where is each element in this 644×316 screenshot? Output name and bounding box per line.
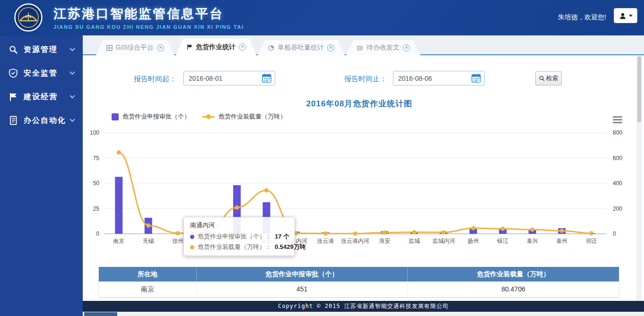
tab-label: 危货作业统计 — [196, 43, 235, 51]
pie-chart-icon — [268, 45, 274, 51]
user-menu-button[interactable] — [614, 8, 637, 23]
tooltip-label: 危货作业装载量（万吨）： — [198, 243, 271, 251]
line-point[interactable] — [560, 229, 564, 233]
line-point[interactable] — [383, 231, 387, 235]
right-axis-tick: 600 — [613, 155, 622, 162]
sidebar-item-resource-management[interactable]: 资源管理 — [0, 38, 83, 61]
line-point[interactable] — [501, 227, 505, 231]
x-axis-label: 宿迁 — [586, 238, 597, 244]
statistics-chart[interactable]: 02550751000200400600800南京无锡徐州常州苏州南通南通内河连… — [83, 109, 641, 250]
sidebar-item-construction-operation[interactable]: 建设经营 — [0, 85, 83, 109]
line-point[interactable] — [353, 231, 357, 236]
chevron-down-icon — [70, 71, 75, 75]
app-title: 江苏港口智能监管信息平台 — [53, 5, 244, 22]
calendar-icon[interactable] — [262, 73, 272, 83]
tab-close-icon[interactable]: ✕ — [403, 44, 410, 51]
chevron-down-icon — [70, 48, 75, 51]
left-axis-tick: 100 — [90, 129, 99, 136]
report-end-input[interactable] — [393, 71, 485, 85]
right-axis-tick: 800 — [613, 129, 622, 136]
x-axis-label: 泰州 — [556, 238, 567, 244]
sidebar-item-label: 办公自动化 — [24, 116, 70, 126]
line-point[interactable] — [146, 223, 150, 228]
bar[interactable] — [115, 177, 122, 234]
right-axis-tick: 0 — [613, 231, 616, 237]
flag-icon — [186, 44, 192, 50]
resource-management-icon — [9, 45, 18, 54]
sidebar-item-safety-supervision[interactable]: 安全监管 — [0, 61, 83, 85]
tab-ship-throughput-stats[interactable]: 单船吞吐量统计 ✕ — [258, 40, 345, 55]
chevron-down-icon — [70, 95, 75, 99]
chevron-down-icon — [70, 119, 75, 122]
line-point[interactable] — [412, 230, 416, 234]
line-point[interactable] — [323, 231, 328, 236]
calendar-icon[interactable] — [471, 73, 482, 83]
line-point[interactable] — [589, 231, 593, 235]
search-button[interactable]: 检索 — [535, 71, 562, 85]
tooltip-row: 危货作业装载量（万吨）： 0.5429万吨 — [190, 243, 288, 251]
bottom-strip — [83, 312, 644, 316]
bar-series-dot — [190, 235, 194, 239]
search-icon — [539, 76, 545, 81]
app-subtitle: JIANG SU GANG KOU ZHI NENG JIAN GUAN XIN… — [53, 24, 244, 30]
line-point[interactable] — [235, 205, 239, 210]
tab-label: GIS综合平台 — [116, 43, 154, 52]
table-row: 南京 451 80.4706 — [99, 282, 619, 298]
x-axis-label: 徐州 — [172, 238, 183, 244]
welcome-text: 朱培德，欢迎您! — [558, 13, 606, 22]
x-axis-label: 盐城 — [409, 238, 420, 244]
line-point[interactable] — [176, 231, 180, 235]
line-point[interactable] — [530, 228, 534, 232]
platform-logo — [14, 3, 43, 32]
tab-close-icon[interactable]: ✕ — [157, 44, 164, 51]
line-point[interactable] — [471, 226, 475, 231]
left-axis-tick: 50 — [93, 180, 100, 187]
statistics-table: 所在地 危货作业申报审批（个） 危货作业装载量（万吨） 南京 451 80.47… — [98, 267, 619, 298]
chart-title: 2016年08月危货作业统计图 — [83, 98, 636, 109]
chevron-down-icon — [629, 15, 633, 17]
line-point[interactable] — [117, 150, 121, 154]
tab-dangerous-goods-stats[interactable]: 危货作业统计 ✕ — [176, 39, 256, 55]
tooltip-label: 危货作业申报审批（个）： — [198, 232, 271, 241]
report-start-input[interactable] — [183, 71, 275, 85]
scrollbar-thumb[interactable] — [637, 56, 641, 122]
grid-icon — [106, 45, 113, 51]
table-header: 危货作业申报审批（个） — [197, 267, 408, 282]
left-axis-tick: 75 — [93, 155, 100, 162]
tab-close-icon[interactable]: ✕ — [327, 44, 334, 51]
tab-label: 待办收发文 — [366, 43, 400, 52]
send-document-icon — [357, 45, 363, 51]
top-header: 江苏港口智能监管信息平台 JIANG SU GANG KOU ZHI NENG … — [0, 0, 644, 35]
x-axis-label: 南京 — [113, 238, 124, 244]
tab-bar: GIS综合平台 ✕ 危货作业统计 ✕ 单船吞吐量统计 ✕ — [83, 35, 644, 55]
tooltip-value: 17 个 — [275, 232, 289, 241]
table-cell-approvals: 451 — [197, 282, 408, 297]
application-window: 江苏港口智能监管信息平台 JIANG SU GANG KOU ZHI NENG … — [0, 0, 644, 316]
report-end-label: 报告时间止： — [344, 75, 387, 84]
chart-toolbox-icon[interactable] — [613, 116, 622, 125]
right-axis-tick: 200 — [613, 205, 622, 212]
sidebar-nav: 资源管理 安全监管 建设经营 — [0, 35, 83, 316]
tab-pending-documents[interactable]: 待办收发文 ✕ — [346, 40, 420, 55]
tab-gis-platform[interactable]: GIS综合平台 ✕ — [96, 40, 174, 55]
x-axis-label: 泰兴 — [527, 238, 538, 244]
line-point[interactable] — [264, 188, 269, 192]
sidebar-item-label: 资源管理 — [24, 45, 70, 55]
sidebar-item-label: 建设经营 — [24, 92, 70, 102]
title-block: 江苏港口智能监管信息平台 JIANG SU GANG KOU ZHI NENG … — [53, 5, 244, 30]
x-axis-label: 淮安 — [379, 238, 390, 244]
chart-tooltip: 南通内河 危货作业申报审批（个）： 17 个 危货作业装载量（万吨）： 0.54… — [183, 217, 295, 256]
table-header: 所在地 — [99, 267, 197, 282]
line-point[interactable] — [442, 231, 446, 235]
tooltip-row: 危货作业申报审批（个）： 17 个 — [190, 232, 288, 241]
content-scrollbar[interactable] — [636, 55, 642, 301]
right-axis-tick: 400 — [613, 180, 622, 187]
x-axis-label: 无锡 — [143, 238, 154, 244]
report-start-label: 报告时间起： — [134, 75, 176, 84]
left-axis-tick: 0 — [96, 231, 99, 237]
tab-close-icon[interactable]: ✕ — [239, 43, 246, 51]
tooltip-title: 南通内河 — [190, 221, 288, 230]
sidebar-item-office-automation[interactable]: 办公自动化 — [0, 109, 83, 132]
table-header-row: 所在地 危货作业申报审批（个） 危货作业装载量（万吨） — [99, 267, 619, 282]
table-cell-location: 南京 — [99, 282, 197, 297]
